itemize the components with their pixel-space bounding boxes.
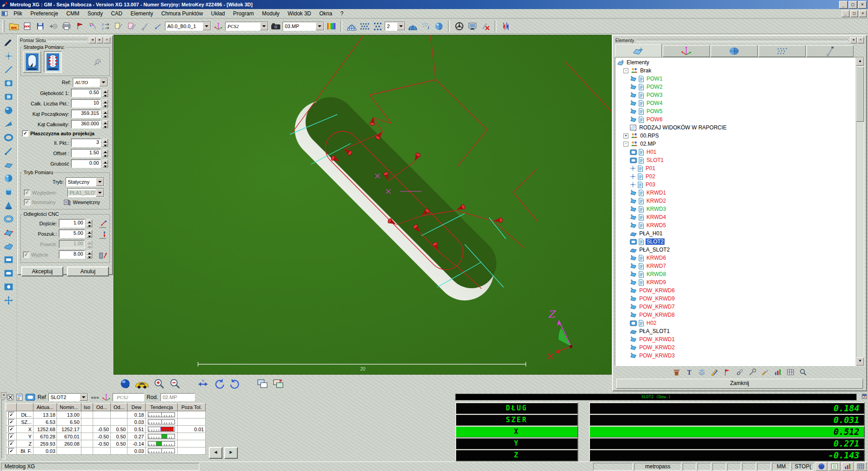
- prev-result-button[interactable]: ◄: [209, 447, 222, 459]
- tab-coordinate[interactable]: [663, 45, 710, 57]
- probe-position-combo[interactable]: A0.0_B0.0_1: [165, 22, 211, 31]
- grubosc-stepper[interactable]: [103, 160, 108, 167]
- tree-item-pła-slot2[interactable]: PŁA_SLOT2: [615, 246, 856, 254]
- cloud-info-icon[interactable]: i: [420, 20, 432, 32]
- screwdriver-icon[interactable]: [761, 368, 769, 376]
- magnifier-icon[interactable]: [799, 368, 807, 376]
- tree-item-krwd1[interactable]: KRWD1: [615, 189, 856, 197]
- menu-preferencje[interactable]: Preferencje: [26, 10, 62, 18]
- auto-projection-checkbox[interactable]: [22, 130, 28, 137]
- tree-item-pow-krwd1[interactable]: POW_KRWD1: [615, 335, 856, 343]
- tree-item-krwd5[interactable]: KRWD5: [615, 221, 856, 229]
- wzgledem-checkbox[interactable]: [24, 190, 30, 196]
- tree-item-krwd7[interactable]: KRWD7: [615, 262, 856, 270]
- ilpkt-stepper[interactable]: [103, 139, 108, 147]
- camera-icon[interactable]: [269, 20, 282, 32]
- point-icon[interactable]: [2, 51, 15, 62]
- tree-item-pow6[interactable]: POW6: [615, 115, 856, 124]
- tree-item-02-mp[interactable]: -02.MP: [615, 140, 856, 148]
- menu-okna[interactable]: Okna: [315, 10, 336, 18]
- tree-item-krwd2[interactable]: KRWD2: [615, 197, 856, 205]
- zamknij-button[interactable]: Zamknij: [616, 379, 863, 389]
- zoom-out-icon[interactable]: [169, 378, 181, 389]
- row-checkbox[interactable]: [8, 448, 14, 454]
- col-od[interactable]: Od...: [93, 404, 110, 411]
- hexagon-icon[interactable]: [2, 281, 15, 292]
- tree-item-p02[interactable]: P02: [615, 172, 856, 181]
- pcs-combo[interactable]: PCS2: [225, 22, 269, 31]
- rotate-right-icon[interactable]: [229, 378, 241, 389]
- ilpkt-input[interactable]: 3: [71, 138, 101, 147]
- flag2-icon[interactable]: [723, 368, 731, 376]
- panel-close-button[interactable]: ×: [104, 37, 110, 43]
- menu-chmura-punktów[interactable]: Chmura Punktów: [157, 10, 207, 18]
- menu-elementy[interactable]: Elementy: [127, 10, 157, 18]
- viewport-canvas[interactable]: 20 Z: [114, 35, 611, 374]
- row-checkbox[interactable]: [8, 412, 14, 418]
- result-row-y[interactable]: Y670.28670.01-0.500.500.27: [6, 433, 206, 440]
- strategy-points-button[interactable]: [44, 51, 62, 73]
- result-row-dł[interactable]: DŁ...13.1813.000.18: [6, 411, 206, 419]
- point-rows-icon[interactable]: [359, 20, 371, 32]
- chevron-down-icon[interactable]: [96, 189, 104, 197]
- rainbow-icon[interactable]: [325, 20, 337, 32]
- waveform-icon[interactable]: [500, 20, 512, 32]
- row-checkbox[interactable]: [8, 441, 14, 447]
- grubosc-input[interactable]: 0.00: [71, 159, 101, 168]
- child-minimize-button[interactable]: _: [842, 10, 849, 17]
- triad-icon[interactable]: [212, 20, 224, 32]
- chevron-down-icon[interactable]: [260, 22, 268, 30]
- points-input[interactable]: 10: [71, 99, 101, 108]
- dojscie-input[interactable]: 1.00: [59, 219, 85, 228]
- chevron-down-icon[interactable]: [316, 22, 324, 30]
- strategy-click-button[interactable]: [23, 51, 41, 73]
- menu-[interactable]: ?: [336, 10, 348, 18]
- tree-item-pła-slot1[interactable]: PŁA_SLOT1: [615, 327, 856, 335]
- pen-icon[interactable]: [2, 37, 15, 48]
- probe-tilt-icon[interactable]: [152, 20, 164, 32]
- menu-widok-3d[interactable]: Widok 3D: [283, 10, 315, 18]
- total-angle-stepper[interactable]: [103, 120, 108, 128]
- tree-item-krwd9[interactable]: KRWD9: [615, 278, 856, 286]
- minimize-button[interactable]: _: [839, 1, 848, 9]
- col-blank[interactable]: [17, 404, 33, 411]
- tree-scrollbar[interactable]: ▲ ▼: [856, 57, 864, 366]
- tree-item-pow-krwd9[interactable]: POW_KRWD9: [615, 295, 856, 303]
- plane-icon[interactable]: [2, 159, 15, 170]
- chevron-down-icon[interactable]: [99, 78, 108, 86]
- slot-round-icon[interactable]: [2, 268, 15, 279]
- tree-item-pow3[interactable]: POW3: [615, 91, 856, 99]
- chevron-down-icon[interactable]: [96, 178, 104, 186]
- tree-item-brak[interactable]: -Brak: [615, 67, 856, 75]
- wrench-icon[interactable]: [749, 368, 756, 376]
- tree-item-pow-krwd2[interactable]: POW_KRWD2: [615, 343, 856, 352]
- cylinder-icon[interactable]: [2, 186, 15, 197]
- tree-item-pow2[interactable]: POW2: [615, 83, 856, 91]
- cone-small-icon[interactable]: [2, 119, 15, 129]
- col-nomin[interactable]: Nomin...: [57, 404, 81, 411]
- result-row-sz[interactable]: SZ...6.536.500.03: [6, 419, 206, 426]
- rod-field[interactable]: 02.MP: [160, 393, 195, 401]
- scroll-down-icon[interactable]: ▼: [856, 357, 864, 366]
- close-button[interactable]: ×: [858, 1, 867, 9]
- pcs-field[interactable]: PCS2: [115, 395, 142, 400]
- probe-x-icon[interactable]: [479, 20, 491, 32]
- axes-xy-icon[interactable]: XY: [99, 20, 112, 32]
- wzgledem-combo[interactable]: PŁA1_SLOT2: [67, 188, 104, 197]
- report-icon[interactable]: [16, 394, 23, 401]
- col-tendencja[interactable]: Tendencja: [146, 404, 178, 411]
- tab-probe[interactable]: [807, 45, 854, 57]
- pencils-icon[interactable]: [711, 368, 718, 376]
- panel-left-arrow-button[interactable]: ◂: [850, 37, 857, 43]
- poszuk-input[interactable]: 5.00: [59, 229, 85, 238]
- child-restore-button[interactable]: □: [850, 10, 858, 17]
- slant-icon[interactable]: [2, 146, 15, 157]
- chart-icon[interactable]: [774, 368, 782, 376]
- chevron-down-icon[interactable]: [80, 394, 88, 401]
- tree-item-p01[interactable]: P01: [615, 164, 856, 172]
- results-close-button[interactable]: ×: [1, 392, 7, 398]
- density-combo[interactable]: 2: [385, 22, 406, 31]
- result-row-z[interactable]: Z259.93260.08-0.500.50-0.14: [6, 440, 206, 447]
- wyjscie-input[interactable]: 8.00: [59, 250, 85, 259]
- menu-program[interactable]: Program: [229, 10, 258, 18]
